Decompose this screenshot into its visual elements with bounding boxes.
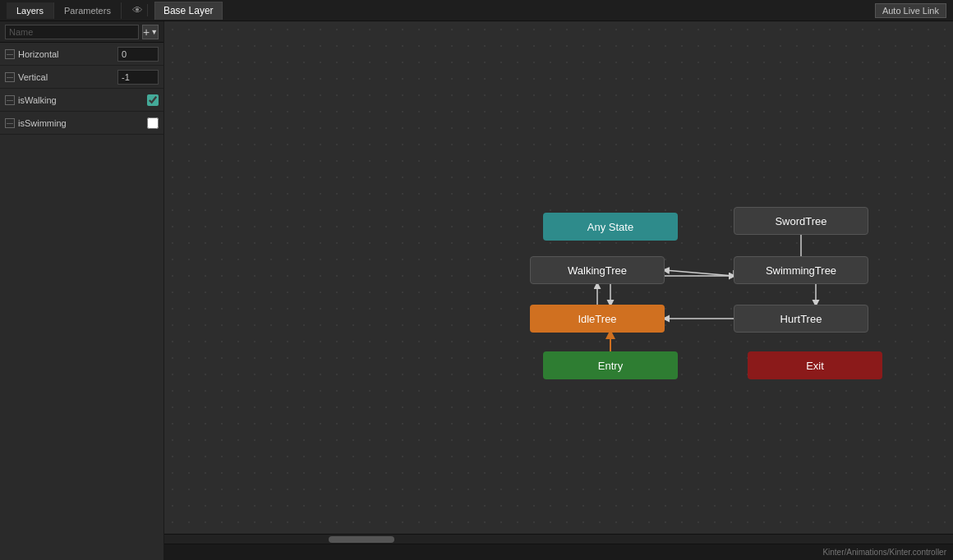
param-row-iswalking[interactable]: — isWalking — [0, 89, 163, 112]
node-exit[interactable]: Exit — [748, 351, 882, 379]
param-type-icon-vertical: — — [5, 72, 15, 82]
param-type-icon-iswalking: — — [5, 95, 15, 105]
canvas-scrollbar[interactable] — [164, 534, 953, 544]
param-value-isswimming[interactable] — [147, 117, 159, 129]
param-value-vertical[interactable] — [117, 70, 159, 85]
file-path: Kinter/Animations/Kinter.controller — [822, 548, 946, 557]
node-hurt-tree[interactable]: HurtTree — [734, 305, 868, 333]
add-parameter-button[interactable]: + ▼ — [142, 25, 159, 39]
bottom-bar: Kinter/Animations/Kinter.controller — [164, 544, 953, 560]
tab-layers[interactable]: Layers — [7, 2, 54, 19]
tab-parameters[interactable]: Parameters — [54, 2, 122, 19]
param-name-isswimming: isSwimming — [18, 118, 147, 128]
node-sword-tree[interactable]: SwordTree — [734, 207, 868, 235]
canvas-scroll-thumb[interactable] — [329, 536, 394, 543]
node-entry[interactable]: Entry — [543, 351, 678, 379]
svg-line-6 — [665, 270, 734, 276]
node-walking-tree[interactable]: WalkingTree — [530, 256, 665, 284]
tab-base-layer[interactable]: Base Layer — [154, 2, 223, 20]
param-name-iswalking: isWalking — [18, 95, 147, 105]
param-name-vertical: Vertical — [18, 72, 117, 82]
param-row-vertical[interactable]: — Vertical — [0, 66, 163, 89]
top-bar: Layers Parameters 👁 Base Layer Auto Live… — [0, 0, 953, 21]
main-layout: + ▼ — Horizontal — Vertical — isWalking … — [0, 21, 953, 560]
param-name-horizontal: Horizontal — [18, 49, 117, 59]
canvas-area[interactable]: Any State SwordTree WalkingTree Swimming… — [164, 21, 953, 534]
param-type-icon-horizontal: — — [5, 49, 15, 59]
node-idle-tree[interactable]: IdleTree — [530, 305, 665, 333]
node-any-state[interactable]: Any State — [543, 213, 678, 241]
eye-icon[interactable]: 👁 — [128, 4, 148, 16]
name-input[interactable] — [5, 25, 139, 39]
param-value-horizontal[interactable] — [117, 47, 159, 62]
top-bar-right: Auto Live Link — [875, 3, 946, 18]
param-row-horizontal[interactable]: — Horizontal — [0, 43, 163, 66]
auto-live-link-button[interactable]: Auto Live Link — [875, 3, 946, 18]
param-row-isswimming[interactable]: — isSwimming — [0, 112, 163, 135]
sidebar-header: + ▼ — [0, 21, 163, 43]
sidebar: + ▼ — Horizontal — Vertical — isWalking … — [0, 21, 164, 560]
param-value-iswalking[interactable] — [147, 94, 159, 106]
node-swimming-tree[interactable]: SwimmingTree — [734, 256, 868, 284]
param-type-icon-isswimming: — — [5, 118, 15, 128]
